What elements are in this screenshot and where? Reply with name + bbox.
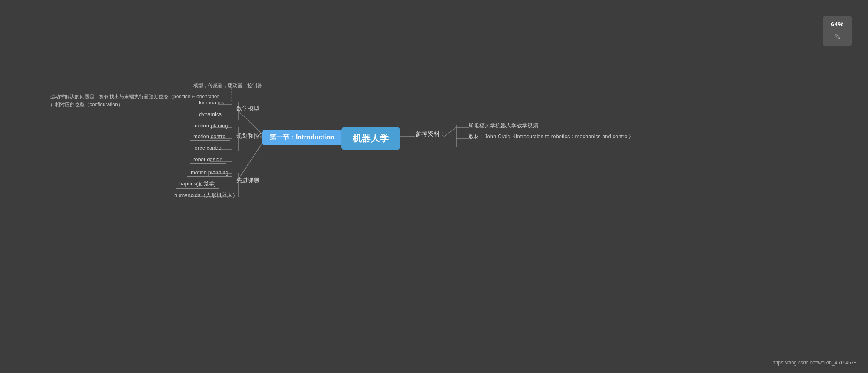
haptics-item: haptics(触觉学) [176, 179, 219, 189]
force-control-item: force control [190, 144, 226, 152]
zoom-panel: 64% ✎ [823, 16, 852, 46]
humanoids-item: humanoids（人形机器人） [171, 191, 241, 200]
dynamics-item: dynamics [196, 110, 225, 118]
ref-item-1: 斯坦福大学机器人学教学视频 [469, 122, 538, 130]
ref-item-2: 教材：John Craig《Introduction to robotics：m… [469, 133, 634, 140]
section1-node[interactable]: 第一节：Introduction [262, 130, 342, 145]
plan-category-label: 规划和控制 [236, 132, 265, 140]
kinematics-item: kinematics [196, 99, 227, 107]
motion-control-item: motion control [190, 132, 230, 141]
footer-url: https://blog.csdn.net/weixin_45154578 [773, 360, 856, 366]
center-node[interactable]: 机器人学 [341, 127, 400, 150]
note-top: 模型，传感器，驱动器，控制器 [193, 82, 262, 89]
zoom-icon[interactable]: ✎ [834, 32, 841, 42]
robot-design-item: robot design [190, 155, 226, 164]
reference-label: 参考资料： [415, 130, 446, 138]
svg-line-12 [238, 143, 262, 179]
zoom-percent: 64% [831, 21, 843, 28]
svg-line-2 [238, 111, 262, 134]
note-left: 运动学解决的问题是：如何找出与末端执行器预期位姿（position & orie… [50, 93, 219, 109]
math-category-label: 数学模型 [236, 105, 259, 112]
advanced-category-label: 先进课题 [236, 177, 259, 184]
motion-planning-item: motion planning [187, 169, 232, 177]
motion-planing-item: motion planing [190, 122, 231, 130]
